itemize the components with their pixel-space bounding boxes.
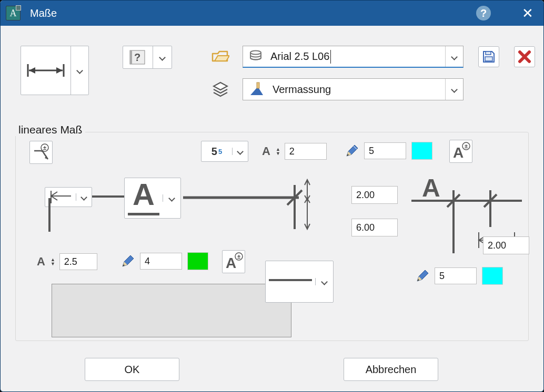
font-combobox[interactable]: Arial 2.5 L06 [243,46,464,68]
svg-text:±: ± [465,143,468,149]
ok-button[interactable]: OK [85,358,179,381]
svg-text:A: A [422,174,440,202]
group-label: lineares Maß [15,123,85,136]
svg-point-8 [250,50,261,54]
chevron-down-icon [237,148,244,155]
app-icon: A [6,6,21,20]
line-weight-input[interactable] [364,142,406,159]
style-preset-dropdown[interactable]: ? [123,46,172,69]
svg-text:A: A [453,145,464,161]
svg-rect-6 [130,50,132,64]
text-height-input[interactable] [59,253,97,270]
client-area: ? [1,26,543,391]
svg-rect-9 [486,51,491,55]
chevron-down-icon [168,194,176,202]
titlebar: A Maße ? ✕ [1,1,543,26]
text-tolerance-icon: A ± [451,142,470,161]
svg-text:?: ? [134,51,140,63]
svg-text:±: ± [237,253,240,260]
text-above-line-icon: A [128,177,159,215]
updown-icon: ▲▼ [276,147,280,156]
pencil-icon [121,254,135,268]
precision-superscript: 5 [218,148,222,156]
font-value: Arial 2.5 L06 [268,50,445,64]
question-page-icon: ? [129,49,147,65]
svg-rect-11 [257,82,259,88]
chevron-down-icon [321,278,328,285]
chevron-down-icon [159,54,166,61]
tolerance-icon: ± [32,143,50,161]
delete-button[interactable] [514,46,535,67]
line-color-swatch[interactable] [411,142,432,160]
save-button[interactable] [478,46,499,67]
help-icon[interactable]: ? [476,6,491,20]
extension-below-input[interactable] [351,219,398,236]
dialog-window: A Maße ? ✕ [0,0,544,392]
chevron-down-icon [451,53,458,60]
text-weight-input[interactable] [140,253,182,270]
secondary-preview: A [411,174,517,243]
extension-above-input[interactable] [351,186,398,204]
svg-text:±: ± [43,145,46,151]
chevron-down-icon [76,67,84,74]
svg-marker-3 [29,67,35,74]
database-icon [243,49,268,64]
linear-dimension-icon [21,46,70,95]
layer-value: Vermassung [270,84,445,96]
cancel-button[interactable]: Abbrechen [344,358,438,381]
precision-value: 5 [211,146,217,158]
text-position-dropdown[interactable]: A [124,178,181,219]
dimension-preview [183,185,313,232]
window-title: Maße [30,7,57,19]
text-size-icon: A [37,255,45,269]
brush-icon [243,81,270,97]
group-lineares-mass: ± 5 5 A ▲▼ [15,132,529,341]
reference-object [52,284,291,337]
svg-marker-4 [56,67,63,74]
precision-dropdown[interactable]: 5 5 [201,141,248,162]
text-tolerance-button[interactable]: A ± [449,140,472,163]
secondary-gap-input[interactable] [483,236,529,254]
chevron-down-icon [80,193,88,201]
x-delete-icon [518,50,531,64]
arrowhead-dropdown[interactable] [45,187,92,207]
secondary-color-swatch[interactable] [482,267,503,285]
dimension-type-dropdown[interactable] [21,46,89,95]
pencil-icon [416,269,429,283]
text-height-icon: A [262,145,270,158]
line-gap-input[interactable] [285,143,327,160]
floppy-disk-icon [482,50,496,64]
text-color-swatch[interactable] [187,252,208,270]
pencil-icon [345,144,359,158]
svg-text:A: A [226,255,236,271]
close-icon[interactable]: ✕ [517,5,538,22]
text-tolerance-button-2[interactable]: A ± [222,250,245,273]
svg-rect-10 [485,57,492,61]
blank-underline-icon [269,279,312,281]
text-tolerance-icon: A ± [224,252,243,271]
chevron-down-icon [451,86,458,93]
layers-icon [210,80,231,99]
tolerance-mode-button[interactable]: ± [29,141,53,164]
secondary-text-position-dropdown[interactable] [265,261,334,303]
updown-icon: ▲▼ [51,257,55,266]
secondary-weight-input[interactable] [435,267,477,284]
layer-combobox[interactable]: Vermassung [243,78,464,100]
folder-icon[interactable] [210,47,231,66]
